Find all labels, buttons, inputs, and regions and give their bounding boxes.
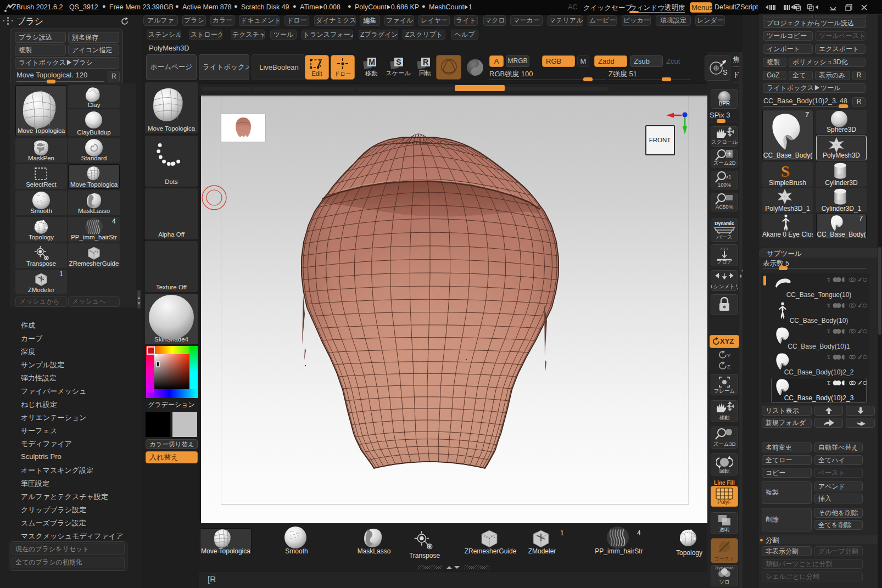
svg-text:M: M: [369, 58, 375, 66]
svg-text:x1: x1: [726, 174, 732, 180]
svg-text:S: S: [723, 68, 728, 76]
svg-text:Y: Y: [727, 353, 730, 359]
svg-text:R: R: [423, 58, 428, 66]
svg-text:x y z: x y z: [721, 247, 729, 251]
svg-text:BPR: BPR: [719, 100, 730, 107]
svg-text:Dynamic: Dynamic: [714, 221, 734, 226]
svg-text:Z: Z: [727, 364, 730, 369]
svg-text:S: S: [781, 163, 790, 180]
svg-text:S: S: [396, 58, 401, 66]
